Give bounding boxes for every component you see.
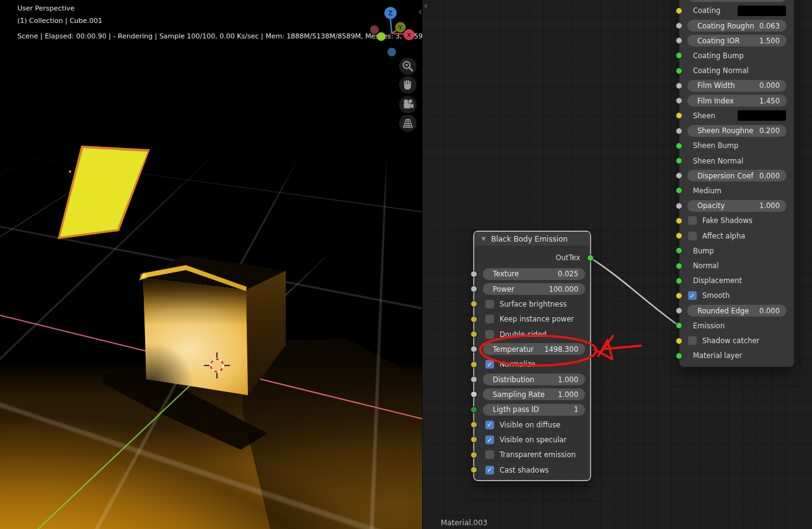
input-socket-gray[interactable] <box>676 307 682 314</box>
prop-slider[interactable]: Texture0.025 <box>483 268 585 280</box>
prop-slider-partial[interactable] <box>687 0 787 2</box>
gizmo-neg-y-ball[interactable] <box>377 32 386 41</box>
prop-label: Sampling Rate <box>493 390 545 399</box>
input-socket-gray[interactable] <box>676 22 682 29</box>
checkbox-unchecked[interactable] <box>688 232 697 240</box>
input-socket-green_dark[interactable] <box>470 406 477 413</box>
input-socket-yellow2[interactable] <box>676 338 682 344</box>
input-socket-gray[interactable] <box>470 346 477 352</box>
checkbox-unchecked[interactable] <box>485 330 494 339</box>
checkbox-unchecked[interactable] <box>688 336 697 345</box>
checkbox-label: Cast shadows <box>500 466 549 474</box>
input-socket-green_bright[interactable] <box>676 278 682 284</box>
input-socket-green_bright[interactable] <box>676 322 682 329</box>
node-row: ✓Visible on specular <box>474 432 590 447</box>
checkbox-unchecked[interactable] <box>485 300 494 308</box>
input-socket-gray[interactable] <box>470 286 477 292</box>
input-socket-yellow[interactable] <box>470 436 477 443</box>
input-socket-gray[interactable] <box>676 37 682 44</box>
input-socket-gray[interactable] <box>676 128 682 134</box>
checkbox-checked[interactable]: ✓ <box>485 360 494 369</box>
input-socket-yellow[interactable] <box>470 316 477 323</box>
checkbox-checked[interactable]: ✓ <box>688 291 697 300</box>
collapse-triangle-icon[interactable]: ▼ <box>482 236 485 242</box>
3d-viewport[interactable]: User Perspective (1) Collection | Cube.0… <box>0 0 422 529</box>
prop-slider[interactable]: Ligth pass ID1 <box>483 404 585 416</box>
material-node[interactable]: CoatingCoating Roughn0.063Coating IOR1.5… <box>679 0 794 367</box>
input-socket-yellow[interactable] <box>470 466 477 473</box>
gizmo-neg-z-ball[interactable] <box>387 48 396 56</box>
node-row: Film Width0.000 <box>679 78 794 93</box>
input-socket-gray[interactable] <box>470 271 477 278</box>
editor-collapse-arrow[interactable]: ‹ <box>424 1 428 10</box>
node-row: ✓Cast shadows <box>474 462 590 477</box>
input-socket-yellow2[interactable] <box>676 232 682 239</box>
prop-label: Sheen Roughne <box>697 126 753 135</box>
navigation-gizmo[interactable]: Z Y X <box>367 5 422 59</box>
checkbox-checked[interactable]: ✓ <box>485 466 494 474</box>
input-socket-yellow2[interactable] <box>676 217 682 224</box>
socket-label: Sheen Normal <box>693 157 743 165</box>
checkbox-checked[interactable]: ✓ <box>485 435 494 444</box>
prop-slider[interactable]: Opacity1.000 <box>687 200 787 212</box>
color-swatch[interactable] <box>738 6 786 16</box>
input-socket-green_bright[interactable] <box>676 352 682 359</box>
pan-button[interactable] <box>399 76 417 94</box>
node-header[interactable]: ▼ Black Body Emission <box>474 232 590 247</box>
gizmo-y-label: Y <box>398 25 403 31</box>
prop-value: 0.000 <box>759 307 780 315</box>
prop-slider[interactable]: Film Width0.000 <box>687 80 787 92</box>
node-row: ✓Visible on diffuse <box>474 417 590 432</box>
checkbox-unchecked[interactable] <box>688 216 697 225</box>
node-row: Sheen <box>679 108 794 123</box>
node-row: Shadow catcher <box>679 333 794 348</box>
output-socket-green_bright[interactable] <box>587 255 594 261</box>
input-socket-green_bright[interactable] <box>676 157 682 164</box>
input-socket-green_bright[interactable] <box>676 52 682 59</box>
input-socket-gray[interactable] <box>676 172 682 179</box>
prop-slider[interactable]: Sheen Roughne0.200 <box>687 125 787 137</box>
camera-view-button[interactable] <box>399 96 417 113</box>
input-socket-gray[interactable] <box>470 376 477 383</box>
input-socket-green_bright[interactable] <box>676 187 682 194</box>
color-swatch[interactable] <box>738 110 786 121</box>
node-row: Ligth pass ID1 <box>474 402 590 417</box>
prop-slider[interactable]: Dispersion Coef0.000 <box>687 170 787 181</box>
zoom-button[interactable] <box>399 58 417 75</box>
prop-slider[interactable]: Power100.000 <box>483 283 585 295</box>
prop-slider[interactable]: Temperatur1498.300 <box>483 343 585 355</box>
input-socket-gray_light[interactable] <box>470 391 477 398</box>
prop-slider[interactable]: Coating Roughn0.063 <box>687 20 787 32</box>
input-socket-green_bright[interactable] <box>676 263 682 269</box>
prop-value: 0.025 <box>558 269 578 278</box>
checkbox-label: Keep instance power <box>500 315 574 323</box>
prop-slider[interactable]: Coating IOR1.500 <box>687 35 787 46</box>
prop-slider[interactable]: Rounded Edge0.000 <box>687 305 787 317</box>
node-row: Coating Normal <box>679 63 794 78</box>
prop-slider[interactable]: Distribution1.000 <box>483 374 585 385</box>
checkbox-unchecked[interactable] <box>485 450 494 459</box>
checkbox-checked[interactable]: ✓ <box>485 421 494 429</box>
node-row: ✓Smooth <box>679 288 794 303</box>
input-socket-yellow[interactable] <box>470 300 477 307</box>
input-socket-yellow2[interactable] <box>676 292 682 299</box>
input-socket-yellow[interactable] <box>470 421 477 428</box>
input-socket-gray[interactable] <box>676 97 682 104</box>
input-socket-gray[interactable] <box>676 203 682 209</box>
input-socket-green_bright[interactable] <box>676 142 682 149</box>
prop-slider[interactable]: Sampling Rate1.000 <box>483 388 585 400</box>
prop-value: 100.000 <box>549 285 578 294</box>
prop-slider[interactable]: Film Index1.450 <box>687 95 787 107</box>
input-socket-yellow[interactable] <box>470 331 477 338</box>
input-socket-yellow2[interactable] <box>676 112 682 119</box>
input-socket-green_bright[interactable] <box>676 68 682 74</box>
gizmo-neg-x-ball[interactable] <box>370 25 379 34</box>
checkbox-unchecked[interactable] <box>485 315 494 323</box>
input-socket-yellow[interactable] <box>470 361 477 368</box>
input-socket-yellow2[interactable] <box>676 7 682 14</box>
input-socket-yellow[interactable] <box>470 452 477 458</box>
black-body-emission-node[interactable]: ▼ Black Body Emission OutTexTexture0.025… <box>474 232 590 480</box>
toggle-floor-button[interactable] <box>399 115 417 132</box>
input-socket-gray[interactable] <box>676 82 682 89</box>
input-socket-green_bright[interactable] <box>676 247 682 254</box>
